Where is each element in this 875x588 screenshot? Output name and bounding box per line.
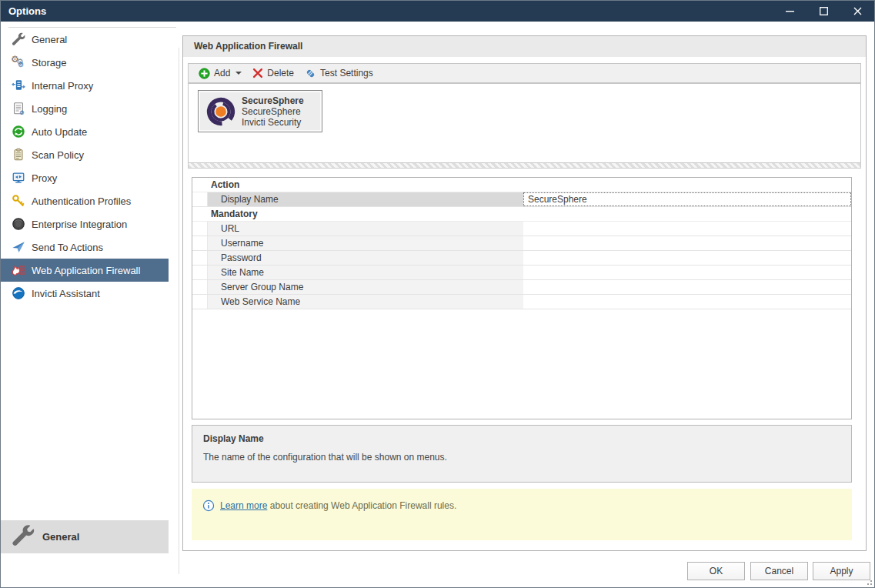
waf-item-name: SecureSphere [242,95,304,106]
minimize-icon [786,7,794,15]
add-button-label: Add [214,68,230,79]
learn-more-link[interactable]: Learn more [220,500,267,511]
property-label[interactable]: Server Group Name [208,280,523,294]
row-gutter [192,222,208,236]
panel-title: Web Application Firewall [183,36,866,57]
property-value-input[interactable] [523,222,851,236]
waf-item-subtitle: SecureSphere [242,106,304,117]
sidebar-item-send-to-actions[interactable]: Send To Actions [1,236,169,259]
add-button[interactable]: Add [193,66,247,81]
property-value-input[interactable] [523,266,851,279]
ok-button[interactable]: OK [687,562,745,580]
category-action: Action [192,178,851,192]
sidebar-item-label: General [32,34,67,45]
delete-button-label: Delete [267,68,294,79]
paper-plane-icon [11,239,26,255]
sidebar-item-internal-proxy[interactable]: Internal Proxy [1,74,169,97]
row-gutter [192,280,208,294]
row-gutter [192,266,208,279]
sidebar-item-web-application-firewall[interactable]: Web Application Firewall [1,259,169,282]
waf-list: SecureSphere SecureSphere Invicti Securi… [188,83,861,163]
clipboard-icon [11,147,26,162]
property-value-input[interactable]: SecureSphere [523,192,851,206]
wrench-icon [12,524,35,550]
waf-item-securesphere[interactable]: SecureSphere SecureSphere Invicti Securi… [198,90,322,132]
property-row-site-name: Site Name [192,266,851,280]
monitor-icon [11,170,26,185]
apply-button[interactable]: Apply [813,562,870,580]
sidebar-item-logging[interactable]: ⚙ Logging [1,97,169,120]
property-row-password: Password [192,251,851,266]
sidebar: General ⚙ ⚙ ⚙ Storage [1,22,179,587]
sidebar-item-label: Authentication Profiles [32,195,131,207]
chevron-down-icon [235,72,242,75]
sidebar-item-general[interactable]: General [1,28,169,51]
row-gutter [192,192,208,206]
minimize-button[interactable] [773,1,807,22]
property-value-input[interactable] [523,295,851,309]
wrench-icon [11,32,26,47]
assistant-icon [11,286,26,301]
list-splitter[interactable] [188,163,861,169]
sidebar-item-label: Auto Update [32,126,87,138]
sidebar-item-storage[interactable]: ⚙ ⚙ ⚙ Storage [1,51,169,74]
refresh-icon [11,124,26,139]
sidebar-item-invicti-assistant[interactable]: Invicti Assistant [1,282,169,305]
plus-circle-icon [199,68,210,79]
sidebar-item-label: Logging [32,103,67,115]
property-label[interactable]: Site Name [208,266,523,279]
maximize-icon [820,7,828,15]
property-row-server-group-name: Server Group Name [192,280,851,295]
property-row-username: Username [192,236,851,251]
sidebar-item-proxy[interactable]: Proxy [1,166,169,189]
resize-grip[interactable] [865,578,873,586]
sidebar-footer-general[interactable]: General [1,520,169,553]
property-value-input[interactable] [523,251,851,265]
property-value-input[interactable] [523,236,851,250]
property-value-input[interactable] [523,280,851,294]
sidebar-item-label: Scan Policy [32,149,84,161]
info-text: about creating Web Application Firewall … [267,500,456,511]
category-mandatory: Mandatory [192,207,851,222]
property-label[interactable]: Password [208,251,523,265]
test-settings-button-label: Test Settings [320,68,373,79]
info-circle-icon [202,499,215,512]
sidebar-item-label: Proxy [32,172,57,184]
window-title: Options [1,5,773,17]
close-icon [853,7,862,15]
sidebar-item-enterprise-integration[interactable]: Enterprise Integration [1,212,169,236]
property-label[interactable]: Username [208,236,523,250]
row-gutter [192,251,208,265]
sidebar-item-scan-policy[interactable]: Scan Policy [1,143,169,166]
sidebar-item-label: Enterprise Integration [32,219,127,230]
sidebar-item-label: Invicti Assistant [32,288,100,299]
property-label[interactable]: Web Service Name [208,295,523,309]
property-description-box: Display Name The name of the configurati… [192,425,852,483]
gears-icon: ⚙ ⚙ ⚙ [11,55,26,70]
property-row-url: URL [192,222,851,236]
securesphere-logo [205,95,237,128]
info-banner: Learn more about creating Web Applicatio… [192,489,852,540]
log-document-icon: ⚙ [11,101,26,116]
description-text: The name of the configuration that will … [203,452,840,463]
red-cross-icon [252,68,263,79]
sidebar-item-label: Send To Actions [32,242,103,253]
waf-item-vendor: Invicti Security [242,117,304,128]
maximize-button[interactable] [807,1,840,22]
sidebar-item-label: Internal Proxy [32,80,93,92]
sidebar-divider [179,48,179,574]
property-row-web-service-name: Web Service Name [192,295,851,309]
proxy-server-icon [11,78,26,93]
test-settings-button[interactable]: Test Settings [299,66,379,81]
property-label[interactable]: URL [208,222,523,236]
sidebar-item-label: Web Application Firewall [32,265,140,276]
row-gutter [192,236,208,250]
cancel-button[interactable]: Cancel [750,562,808,580]
sidebar-item-auto-update[interactable]: Auto Update [1,120,169,143]
close-button[interactable] [840,1,874,22]
firewall-icon [11,262,26,278]
property-label[interactable]: Display Name [208,192,523,206]
connector-icon [305,68,316,79]
sidebar-item-authentication-profiles[interactable]: Authentication Profiles [1,189,169,212]
delete-button[interactable]: Delete [247,66,299,80]
